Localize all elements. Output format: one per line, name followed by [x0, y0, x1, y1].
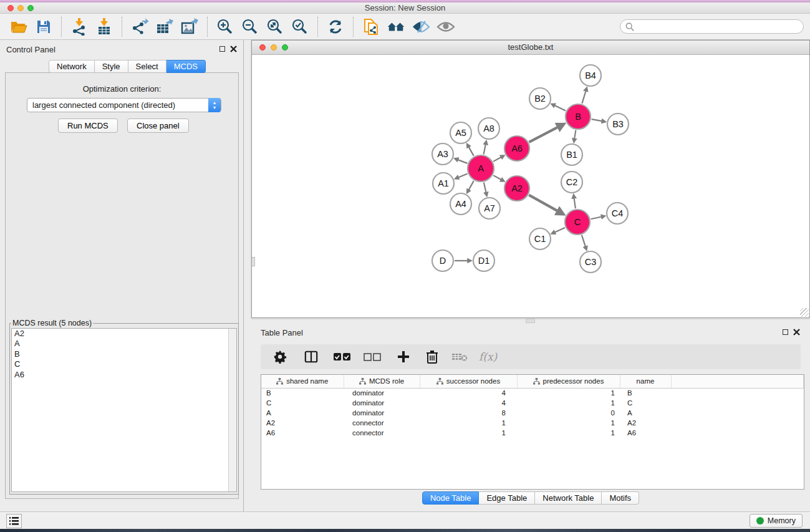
cell-predecessor-nodes[interactable]: 0 [517, 408, 620, 418]
column-header-successor-nodes[interactable]: successor nodes [420, 375, 517, 388]
close-panel-icon[interactable] [793, 329, 800, 336]
network-graph[interactable]: B4B2BB3A8A5A6A3B1AA1C2A2A4A7C4CC1C3DD1 [252, 55, 809, 317]
select-all-checkboxes-icon[interactable] [333, 348, 352, 365]
network-canvas[interactable]: B4B2BB3A8A5A6A3B1AA1C2A2A4A7C4CC1C3DD1 [252, 55, 809, 317]
cell-successor-nodes[interactable]: 4 [420, 388, 517, 398]
table-row[interactable]: A2connector11A2 [261, 418, 804, 428]
clone-network-icon[interactable] [362, 17, 380, 36]
cell-shared-name[interactable]: A2 [261, 418, 344, 428]
cell-name[interactable]: A6 [620, 428, 671, 438]
graph-edge-A-A1[interactable] [458, 174, 468, 178]
cell-successor-nodes[interactable]: 1 [420, 428, 517, 438]
graph-edge-A-A6[interactable] [493, 157, 501, 162]
import-table-icon[interactable] [95, 17, 113, 36]
cell-shared-name[interactable]: A [261, 408, 344, 418]
mcds-result-item[interactable]: A [12, 339, 236, 349]
zoom-out-icon[interactable] [241, 17, 259, 36]
graph-edge-A-A8[interactable] [484, 144, 486, 154]
graph-edge-A-A7[interactable] [484, 183, 486, 193]
cell-MCDS-role[interactable]: connector [344, 428, 420, 438]
graph-edge-C-C1[interactable] [555, 228, 565, 232]
export-network-icon[interactable] [130, 17, 149, 36]
columns-icon[interactable] [302, 348, 321, 365]
mcds-result-item[interactable]: B [12, 349, 236, 359]
column-header-predecessor-nodes[interactable]: predecessor nodes [517, 375, 620, 388]
cell-predecessor-nodes[interactable]: 1 [517, 428, 620, 438]
cell-successor-nodes[interactable]: 8 [420, 408, 517, 418]
cell-predecessor-nodes[interactable]: 1 [517, 418, 620, 428]
cell-MCDS-role[interactable]: connector [344, 418, 420, 428]
cell-successor-nodes[interactable]: 4 [420, 398, 517, 408]
graph-edge-C-C4[interactable] [591, 217, 602, 220]
column-header-MCDS-role[interactable]: MCDS role [344, 375, 420, 388]
canvas-edge-grip[interactable] [252, 257, 255, 266]
export-table-icon[interactable] [155, 17, 174, 36]
search-field[interactable] [620, 19, 804, 34]
graph-edge-B-B2[interactable] [554, 105, 566, 111]
graph-edge-A2-C[interactable] [529, 195, 557, 211]
table-row[interactable]: Cdominator41C [261, 398, 804, 408]
hide-selected-eye-icon[interactable] [412, 17, 430, 36]
close-panel-icon[interactable] [230, 46, 237, 52]
graph-edge-A-A5[interactable] [469, 147, 474, 156]
mcds-result-item[interactable]: C [12, 359, 236, 369]
tab-edge-table[interactable]: Edge Table [479, 491, 535, 505]
graph-edge-B-B3[interactable] [592, 119, 602, 121]
task-history-button[interactable] [6, 514, 22, 528]
delete-column-icon[interactable] [423, 348, 441, 365]
export-image-icon[interactable] [180, 17, 199, 36]
network-window-titlebar[interactable]: testGlobe.txt [252, 41, 809, 55]
tab-network-table[interactable]: Network Table [535, 491, 602, 505]
zoom-selected-icon[interactable] [291, 17, 309, 36]
column-header-name[interactable]: name [620, 375, 671, 388]
cell-shared-name[interactable]: C [261, 398, 344, 408]
cell-name[interactable]: A [620, 408, 671, 418]
zoom-in-icon[interactable] [216, 17, 234, 36]
mcds-result-item[interactable]: A2 [12, 329, 236, 339]
search-input[interactable] [637, 22, 803, 31]
scrollbar-track[interactable] [228, 329, 236, 491]
add-column-icon[interactable] [394, 348, 413, 365]
graph-edge-A-A4[interactable] [469, 181, 474, 190]
cell-MCDS-role[interactable]: dominator [344, 398, 420, 408]
table-row[interactable]: Adominator80A [261, 408, 804, 418]
cell-MCDS-role[interactable]: dominator [344, 408, 420, 418]
column-header-shared-name[interactable]: shared name [261, 375, 344, 388]
cell-name[interactable]: C [620, 398, 671, 408]
node-table[interactable]: shared nameMCDS rolesuccessor nodesprede… [261, 374, 804, 490]
close-network-button[interactable] [259, 44, 266, 51]
graph-edge-B-B1[interactable] [574, 130, 576, 139]
show-all-eye-icon[interactable] [436, 17, 455, 36]
mcds-result-item[interactable]: A6 [12, 370, 236, 380]
tab-style[interactable]: Style [95, 60, 128, 73]
cell-name[interactable]: B [620, 388, 671, 398]
graph-edge-B-B4[interactable] [582, 91, 586, 104]
table-row[interactable]: A6connector11A6 [261, 428, 804, 438]
graph-edge-A-A3[interactable] [458, 160, 467, 163]
cell-shared-name[interactable]: A6 [261, 428, 344, 438]
float-panel-icon[interactable] [783, 329, 788, 335]
home-icon[interactable] [387, 17, 405, 36]
run-mcds-button[interactable]: Run MCDS [58, 118, 118, 133]
window-resize-grip[interactable] [800, 308, 809, 317]
tab-motifs[interactable]: Motifs [602, 491, 639, 505]
float-panel-icon[interactable] [219, 46, 225, 52]
optimization-criterion-select[interactable]: largest connected component (directed) ▲… [27, 98, 221, 112]
refresh-view-icon[interactable] [326, 17, 345, 36]
cell-name[interactable]: A2 [620, 418, 671, 428]
close-window-button[interactable] [7, 5, 14, 11]
graph-edge-A-A2[interactable] [493, 175, 501, 180]
tab-select[interactable]: Select [128, 60, 166, 73]
cell-successor-nodes[interactable]: 1 [420, 418, 517, 428]
cell-predecessor-nodes[interactable]: 1 [517, 388, 620, 398]
tab-network[interactable]: Network [49, 60, 95, 73]
zoom-fit-icon[interactable] [266, 17, 284, 36]
table-row[interactable]: Bdominator41B [261, 388, 804, 398]
cell-predecessor-nodes[interactable]: 1 [517, 398, 620, 408]
graph-edge-C-C2[interactable] [574, 198, 576, 209]
mcds-result-list[interactable]: A2ABCA6 [11, 328, 237, 492]
minimize-network-button[interactable] [271, 44, 277, 51]
graph-edge-C-C3[interactable] [582, 235, 586, 247]
close-panel-button[interactable]: Close panel [127, 118, 189, 133]
memory-button[interactable]: Memory [750, 514, 803, 528]
